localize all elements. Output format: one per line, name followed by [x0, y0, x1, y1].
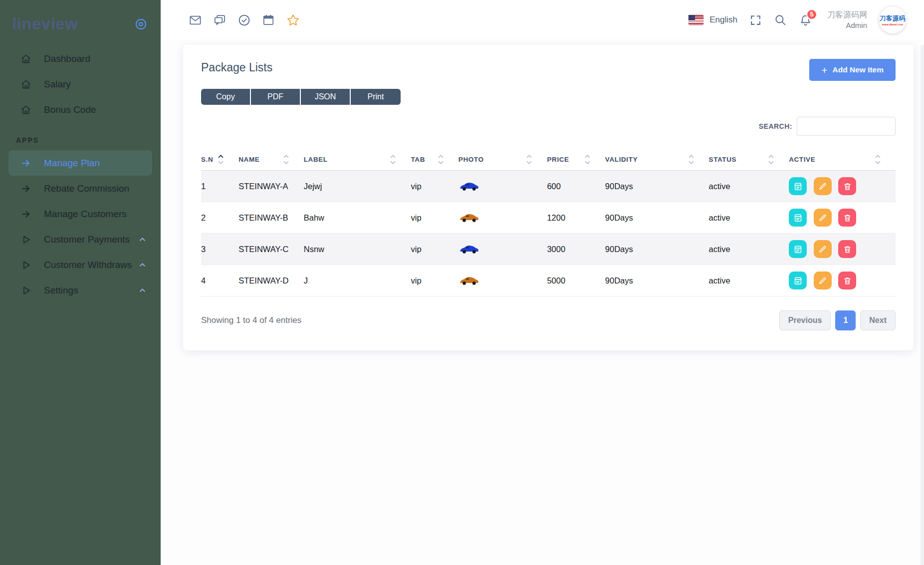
copy-button[interactable]: Copy	[201, 89, 251, 105]
sort-icons	[438, 155, 444, 164]
cell-sn: 2	[201, 202, 238, 234]
sidebar-item-bonus-code[interactable]: Bonus Code	[0, 97, 161, 122]
trash-icon	[843, 213, 852, 223]
cell-actions	[789, 171, 896, 202]
cell-tab: vip	[411, 202, 458, 234]
view-button[interactable]	[789, 272, 807, 289]
sidebar-item-customer-withdraws[interactable]: Customer Withdraws	[0, 252, 161, 278]
page-1-button[interactable]: 1	[835, 310, 856, 330]
print-button[interactable]: Print	[351, 89, 401, 105]
cell-validity: 90Days	[605, 234, 709, 265]
pencil-icon	[818, 245, 827, 254]
language-selector[interactable]: English	[689, 15, 737, 25]
sidebar-item-rebate-commission[interactable]: Rebate Commission	[0, 176, 161, 201]
delete-button[interactable]	[838, 177, 856, 195]
cell-status: active	[709, 202, 789, 234]
main-area: English 5 刀客源码网 Admin 刀客源码 www.dkewl.com	[161, 0, 924, 565]
sort-icons	[689, 155, 694, 164]
sort-icons	[585, 155, 590, 164]
calendar-button[interactable]	[262, 13, 275, 26]
cell-validity: 90Days	[605, 265, 709, 296]
clipboard-icon	[793, 276, 803, 285]
column-header-price[interactable]: PRICE	[547, 149, 605, 171]
view-button[interactable]	[789, 209, 807, 227]
arrow-right-icon	[20, 209, 32, 220]
search-input[interactable]	[797, 117, 896, 136]
sidebar-item-dashboard[interactable]: Dashboard	[0, 46, 161, 71]
content-area: Package Lists + Add New Item Copy PDF JS…	[161, 40, 924, 565]
cell-actions	[789, 234, 896, 265]
column-header-active[interactable]: ACTIVE	[789, 149, 896, 171]
column-header-validity[interactable]: VALIDITY	[605, 149, 709, 171]
column-header-tab[interactable]: TAB	[411, 149, 458, 171]
mail-button[interactable]	[189, 13, 202, 27]
sidebar-item-customer-payments[interactable]: Customer Payments	[0, 227, 161, 252]
scrollbar[interactable]	[921, 45, 924, 565]
sidebar-item-manage-customers[interactable]: Manage Customers	[0, 201, 161, 227]
view-button[interactable]	[789, 177, 807, 195]
column-header-sn[interactable]: S.N	[201, 149, 238, 171]
sidebar: lineview Dashboard Salary Bonus Code APP…	[0, 0, 161, 565]
delete-button[interactable]	[838, 272, 856, 289]
trash-icon	[843, 245, 852, 254]
avatar-logo-subtext: www.dkewl.com	[882, 23, 903, 26]
delete-button[interactable]	[838, 209, 856, 227]
column-header-label[interactable]: LABEL	[304, 149, 411, 171]
clipboard-icon	[793, 213, 803, 223]
pencil-icon	[818, 213, 827, 223]
delete-button[interactable]	[838, 240, 856, 258]
language-label: English	[709, 15, 737, 25]
tasks-button[interactable]	[237, 13, 251, 27]
chat-button[interactable]	[213, 13, 227, 27]
sidebar-item-manage-plan[interactable]: Manage Plan	[8, 150, 152, 176]
user-role: Admin	[827, 20, 867, 30]
table-row: 3 STEINWAY-C Nsnw vip 3000 90Days active	[201, 234, 896, 265]
column-header-status[interactable]: STATUS	[709, 149, 789, 171]
cell-sn: 4	[201, 265, 238, 296]
column-header-name[interactable]: NAME	[238, 149, 303, 171]
chevron-up-icon	[139, 263, 146, 267]
cell-price: 600	[547, 171, 605, 202]
sidebar-item-salary[interactable]: Salary	[0, 71, 161, 97]
edit-button[interactable]	[814, 272, 832, 289]
fullscreen-button[interactable]	[749, 14, 762, 26]
favorites-button[interactable]	[286, 13, 300, 27]
cell-actions	[789, 265, 896, 296]
arrow-right-icon	[20, 158, 32, 169]
entries-info: Showing 1 to 4 of 4 entries	[201, 315, 301, 325]
app-logo[interactable]: lineview	[12, 14, 78, 33]
user-info[interactable]: 刀客源码网 Admin	[827, 9, 867, 30]
page-title: Package Lists	[201, 61, 272, 74]
chat-icon	[213, 13, 227, 27]
cell-name: STEINWAY-C	[238, 234, 303, 265]
previous-page-button[interactable]: Previous	[779, 310, 831, 330]
cell-photo	[459, 265, 547, 296]
edit-button[interactable]	[814, 240, 832, 258]
sidebar-logo-row: lineview	[0, 12, 161, 36]
pdf-button[interactable]: PDF	[251, 89, 301, 105]
cell-sn: 1	[201, 171, 238, 202]
sidebar-toggle-button[interactable]	[134, 17, 148, 31]
cell-status: active	[709, 265, 789, 296]
sidebar-item-settings[interactable]: Settings	[0, 278, 161, 303]
json-button[interactable]: JSON	[301, 89, 351, 105]
notifications-button[interactable]: 5	[799, 13, 812, 27]
sidebar-apps-nav: Manage Plan Rebate Commission Manage Cus…	[0, 150, 161, 303]
edit-button[interactable]	[814, 177, 832, 195]
cell-sn: 3	[201, 234, 238, 265]
search-button[interactable]	[774, 13, 787, 26]
next-page-button[interactable]: Next	[860, 310, 896, 330]
column-header-photo[interactable]: PHOTO	[459, 149, 547, 171]
home-icon	[20, 79, 32, 90]
cell-label: J	[304, 265, 411, 296]
avatar[interactable]: 刀客源码 www.dkewl.com	[879, 6, 906, 33]
edit-button[interactable]	[814, 209, 832, 227]
add-new-item-button[interactable]: + Add New Item	[809, 59, 896, 81]
pagination: Previous 1 Next	[779, 310, 896, 330]
search-icon	[774, 13, 787, 26]
sort-icons	[875, 155, 881, 164]
car-image	[459, 213, 479, 223]
arrow-right-icon	[20, 183, 32, 194]
view-button[interactable]	[789, 240, 807, 258]
trash-icon	[843, 182, 852, 191]
